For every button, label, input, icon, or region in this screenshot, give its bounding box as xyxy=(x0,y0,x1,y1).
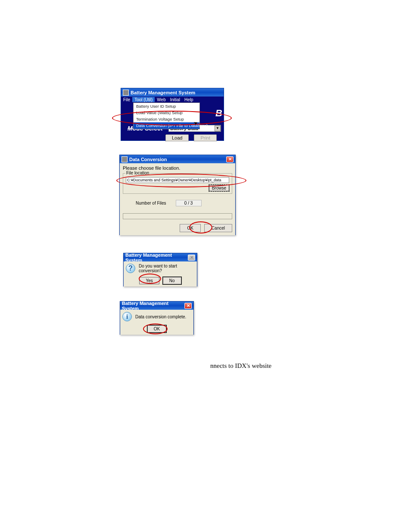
file-location-fieldset: File location Browse xyxy=(123,173,232,194)
button-row: Load Print xyxy=(121,134,224,141)
ok-button[interactable]: OK xyxy=(180,224,200,232)
close-icon[interactable]: ✕ xyxy=(226,156,234,162)
close-icon[interactable]: ✕ xyxy=(184,303,192,309)
confirm-message: Do you want to start conversion? xyxy=(139,264,195,273)
info-dialog: Battery Management System ✕ i Data conve… xyxy=(120,301,194,335)
main-window: Battery Management System File Tool (Uti… xyxy=(121,88,224,141)
dropdown-item-termvolt[interactable]: Termination Voltage Setup xyxy=(134,116,199,122)
dc-title: Data Conversion xyxy=(129,157,167,162)
num-files-value: 0 / 3 xyxy=(176,200,202,206)
menu-help[interactable]: Help xyxy=(182,97,196,102)
confirm-dialog: Battery Management System ✕ ? Do you wan… xyxy=(123,253,197,286)
info-row: i Data conversion complete. xyxy=(122,312,191,321)
file-location-input[interactable] xyxy=(126,177,229,183)
chevron-down-icon[interactable]: ▼ xyxy=(215,125,221,131)
ok-button[interactable]: OK xyxy=(147,325,166,333)
dropdown-item-userid[interactable]: Battery User ID Setup xyxy=(134,103,199,109)
info-message: Data conversion complete. xyxy=(135,314,186,319)
confirm-buttons: Yes No xyxy=(126,277,195,284)
yes-button[interactable]: Yes xyxy=(139,277,159,284)
info-icon: i xyxy=(122,312,132,321)
dc-titlebar: Data Conversion ✕ xyxy=(120,155,235,163)
menu-web[interactable]: Web xyxy=(155,97,168,102)
dc-body: Please choose file location. File locati… xyxy=(120,163,235,235)
info-titlebar: Battery Management System ✕ xyxy=(120,302,193,310)
file-location-label: File location xyxy=(125,171,150,175)
cancel-button[interactable]: Cancel xyxy=(204,224,232,232)
no-button[interactable]: No xyxy=(163,277,181,284)
close-icon[interactable]: ✕ xyxy=(188,255,195,261)
progress-bar xyxy=(123,213,232,219)
confirm-body: ? Do you want to start conversion? Yes N… xyxy=(124,261,197,286)
logo-letter: B xyxy=(215,108,222,119)
dropdown-item-dataconversion[interactable]: Data Conversion (IPT File to Database) xyxy=(134,122,199,129)
dc-instruction: Please choose file location. xyxy=(123,165,232,171)
main-titlebar: Battery Management System xyxy=(121,88,224,96)
confirm-row: ? Do you want to start conversion? xyxy=(126,264,195,273)
menu-file[interactable]: File xyxy=(121,97,132,102)
print-button[interactable]: Print xyxy=(194,134,217,141)
dc-button-row: OK Cancel xyxy=(180,224,232,232)
info-buttons: OK xyxy=(122,325,191,333)
menu-initial[interactable]: Initial xyxy=(168,97,182,102)
data-conversion-dialog: Data Conversion ✕ Please choose file loc… xyxy=(119,155,236,235)
question-icon: ? xyxy=(126,264,135,273)
load-button[interactable]: Load xyxy=(165,134,189,141)
app-icon xyxy=(123,90,129,96)
num-files-row: Number of Files 0 / 3 xyxy=(136,200,232,206)
num-files-label: Number of Files xyxy=(136,201,166,205)
browse-button[interactable]: Browse xyxy=(209,185,229,191)
menu-tool[interactable]: Tool (Util) xyxy=(132,97,155,102)
tool-dropdown: Battery User ID Setup Load Value (Watts)… xyxy=(133,103,200,129)
info-body: i Data conversion complete. OK xyxy=(120,310,193,335)
info-title: Battery Management System xyxy=(122,301,184,311)
menubar: File Tool (Util) Web Initial Help xyxy=(121,96,224,103)
dropdown-item-loadvalue[interactable]: Load Value (Watts) Setup xyxy=(134,109,199,116)
confirm-titlebar: Battery Management System ✕ xyxy=(124,253,197,261)
main-title: Battery Management System xyxy=(131,90,195,95)
residual-text: nnects to IDX's website xyxy=(210,362,271,370)
app-icon xyxy=(121,156,128,162)
confirm-title: Battery Management System xyxy=(125,252,188,263)
